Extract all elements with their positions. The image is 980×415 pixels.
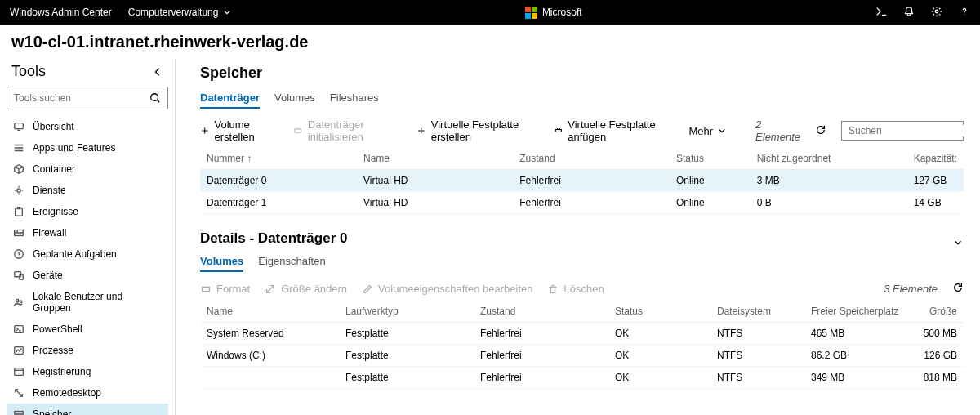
collapse-icon[interactable] [152,66,163,78]
cell: Fehlerfrei [474,323,608,345]
sidebar-item-users[interactable]: Lokale Benutzer und Gruppen [7,286,168,319]
settings-icon[interactable] [931,6,942,20]
cell: NTFS [710,367,804,389]
col-capacity[interactable]: Kapazität: [907,148,964,170]
sidebar-item-storage[interactable]: Speicher [7,404,168,415]
col-name[interactable]: Name [357,148,513,170]
refresh-button[interactable] [815,124,826,138]
vcol-state[interactable]: Zustand [474,301,608,323]
sidebar-item-label: Container [33,163,75,175]
svg-rect-16 [296,129,301,132]
sidebar-item-firewall[interactable]: Firewall [7,222,168,243]
sidebar-item-container[interactable]: Container [7,158,168,180]
storage-tabs: Datenträger Volumes Fileshares [200,91,964,109]
sidebar-item-overview[interactable]: Übersicht [7,116,168,137]
disks-search[interactable] [841,121,964,141]
list-icon [13,142,24,154]
notifications-icon[interactable] [903,6,915,20]
tab-details-properties[interactable]: Eigenschaften [258,255,325,272]
btn-label: Virtuelle Festplatte erstellen [431,118,539,143]
attach-vhd-button[interactable]: Virtuelle Festplatte anfügen [554,118,675,143]
sidebar-item-label: Speicher [33,408,71,415]
sidebar-item-apps[interactable]: Apps und Features [7,137,168,158]
tab-disks[interactable]: Datenträger [200,91,260,109]
volumes-toolbar: Format Größe ändern Volumeeigenschaften … [200,282,964,296]
help-icon[interactable] [959,6,970,20]
btn-label: Volume erstellen [214,118,278,143]
pencil-icon [362,283,373,295]
cell: NTFS [710,345,804,367]
sidebar-item-services[interactable]: Dienste [7,180,168,201]
console-icon[interactable] [875,6,887,20]
cell: Festplatte [339,367,474,389]
table-row[interactable]: Festplatte Fehlerfrei OK NTFS 349 MB 818… [200,367,964,389]
col-unalloc[interactable]: Nicht zugeordnet [751,148,907,170]
more-button[interactable]: Mehr [688,125,726,137]
cell: Virtual HD [357,192,513,214]
col-state[interactable]: Zustand [513,148,670,170]
sidebar-item-processes[interactable]: Prozesse [7,340,168,361]
cell: Festplatte [339,323,474,345]
create-vhd-button[interactable]: Virtuelle Festplatte erstellen [416,118,539,143]
vcol-type[interactable]: Laufwerktyp [339,301,474,323]
sidebar-item-label: Dienste [33,185,66,196]
col-status[interactable]: Status [670,148,751,170]
svg-point-1 [151,94,158,101]
context-dropdown[interactable]: Computerverwaltung [128,7,232,18]
create-volume-button[interactable]: Volume erstellen [200,118,278,143]
sidebar-item-label: Remotedesktop [33,387,101,399]
vcol-name[interactable]: Name [200,301,339,323]
disks-search-input[interactable] [849,125,971,136]
resize-icon [265,283,276,295]
content: Speicher Datenträger Volumes Fileshares … [176,60,980,415]
tab-volumes[interactable]: Volumes [274,91,315,109]
users-icon [13,297,24,308]
sidebar-item-label: Lokale Benutzer und Gruppen [33,291,162,314]
sidebar-item-powershell[interactable]: PowerShell [7,319,168,340]
vcol-fs[interactable]: Dateisystem [710,301,804,323]
btn-label: Volumeeigenschaften bearbeiten [378,283,532,295]
monitor-icon [13,121,24,132]
svg-point-3 [17,189,20,192]
brand-label: Microsoft [542,7,582,18]
cell: Fehlerfrei [474,367,608,389]
sidebar-item-label: Übersicht [33,121,74,132]
tab-details-volumes[interactable]: Volumes [200,255,243,272]
table-row[interactable]: Windows (C:) Festplatte Fehlerfrei OK NT… [200,345,964,367]
devices-icon [13,270,24,281]
table-row[interactable]: Datenträger 1 Virtual HD Fehlerfrei Onli… [200,192,964,214]
sidebar-item-remotedesktop[interactable]: Remotedesktop [7,382,168,404]
app-name[interactable]: Windows Admin Center [10,7,112,18]
cell: 126 GB [911,345,964,367]
sidebar-item-label: Geplante Aufgaben [33,248,117,260]
tab-fileshares[interactable]: Fileshares [330,91,379,109]
col-number[interactable]: Nummer ↑ [200,148,357,170]
cell: System Reserved [200,323,339,345]
vcol-free[interactable]: Freier Speicherplatz [804,301,911,323]
collapse-details-icon[interactable] [952,237,964,248]
item-count: 2 Elemente [755,118,800,143]
vcol-status[interactable]: Status [608,301,710,323]
refresh-volumes-button[interactable] [952,282,964,296]
delete-button: Löschen [547,283,604,295]
sidebar-item-registry[interactable]: Registrierung [7,361,168,382]
attach-icon [554,125,564,136]
cell: Datenträger 0 [200,170,357,192]
details-title: Details - Datenträger 0 [200,230,347,247]
clipboard-icon [13,206,24,217]
cell: Fehlerfrei [513,192,670,214]
sidebar-item-label: Prozesse [33,345,74,356]
table-row[interactable]: System Reserved Festplatte Fehlerfrei OK… [200,323,964,345]
tools-search-input[interactable] [14,92,149,104]
table-row[interactable]: Datenträger 0 Virtual HD Fehlerfrei Onli… [200,170,964,192]
cell: OK [608,345,710,367]
vcol-size[interactable]: Größe [911,301,964,323]
sidebar-item-devices[interactable]: Geräte [7,265,168,286]
registry-icon [13,366,24,377]
tools-search[interactable] [7,87,168,109]
sidebar-item-scheduled[interactable]: Geplante Aufgaben [7,243,168,265]
clock-icon [13,248,24,260]
volumes-table: Name Laufwerktyp Zustand Status Dateisys… [200,301,964,389]
details-tabs: Volumes Eigenschaften [200,255,964,272]
sidebar-item-events[interactable]: Ereignisse [7,201,168,222]
